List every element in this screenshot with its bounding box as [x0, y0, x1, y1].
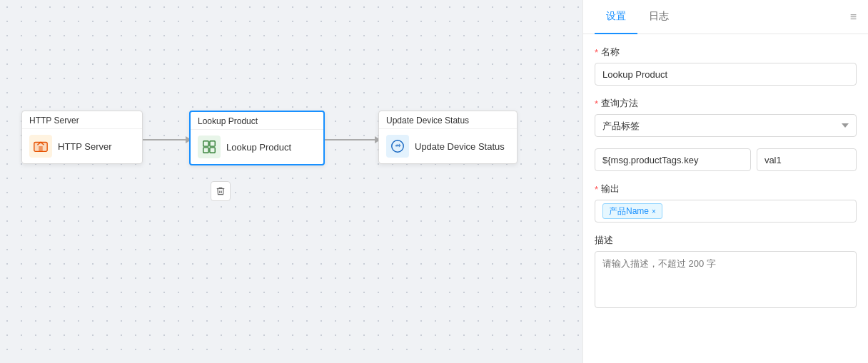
- http-icon: [29, 135, 52, 158]
- panel-menu-icon[interactable]: ≡: [850, 11, 857, 24]
- description-label: 描述: [595, 234, 857, 247]
- name-input[interactable]: [595, 63, 857, 86]
- name-required-star: *: [595, 47, 598, 58]
- query-method-required-star: *: [595, 98, 598, 109]
- arrow-2: [325, 136, 380, 143]
- panel-header: 设置 日志 ≡: [583, 0, 868, 34]
- arrow-line-1: [143, 139, 186, 140]
- svg-rect-3: [203, 141, 208, 146]
- output-tag[interactable]: 产品Name ×: [602, 203, 662, 219]
- query-method-form-item: * 查询方法 产品标签 产品ID 产品编码: [595, 97, 857, 137]
- right-panel: 设置 日志 ≡ * 名称 * 查询方法 产品标签 产品ID 产品编码: [582, 0, 868, 363]
- update-device-label: Update Device Status: [415, 141, 505, 152]
- output-required-star: *: [595, 184, 598, 195]
- svg-rect-5: [203, 148, 208, 153]
- svg-rect-4: [210, 141, 215, 146]
- http-server-body: HTTP Server: [22, 129, 142, 163]
- arrow-line-2: [325, 139, 375, 140]
- tab-settings[interactable]: 设置: [595, 0, 637, 34]
- lookup-product-label: Lookup Product: [226, 142, 291, 153]
- canvas: HTTP Server HTTP Server Lookup Product: [0, 0, 582, 363]
- query-method-select-wrapper: 产品标签 产品ID 产品编码: [595, 114, 857, 137]
- value-input[interactable]: [757, 148, 857, 171]
- svg-rect-6: [210, 148, 215, 153]
- panel-content: * 名称 * 查询方法 产品标签 产品ID 产品编码: [583, 34, 868, 363]
- delete-button[interactable]: [211, 181, 231, 201]
- key-value-row: [595, 148, 857, 171]
- svg-rect-2: [39, 146, 43, 151]
- output-tag-input[interactable]: 产品Name ×: [595, 200, 857, 223]
- lookup-product-node[interactable]: Lookup Product Lookup Product: [189, 111, 325, 165]
- http-server-node[interactable]: HTTP Server HTTP Server: [21, 111, 143, 164]
- key-value-form-item: [595, 148, 857, 171]
- lookup-product-body: Lookup Product: [191, 130, 323, 164]
- description-textarea[interactable]: [595, 251, 857, 308]
- query-method-select[interactable]: 产品标签 产品ID 产品编码: [595, 114, 857, 137]
- query-method-label: * 查询方法: [595, 97, 857, 110]
- output-label: * 输出: [595, 183, 857, 195]
- update-device-node[interactable]: Update Device Status Update Device Statu…: [378, 111, 518, 164]
- update-device-body: Update Device Status: [379, 129, 517, 163]
- name-label: * 名称: [595, 46, 857, 58]
- http-server-title: HTTP Server: [22, 111, 142, 129]
- update-device-title: Update Device Status: [379, 111, 517, 129]
- output-tag-close[interactable]: ×: [652, 208, 656, 215]
- output-form-item: * 输出 产品Name ×: [595, 183, 857, 223]
- description-form-item: 描述: [595, 234, 857, 311]
- update-icon: [386, 135, 409, 158]
- output-tag-label: 产品Name: [609, 205, 649, 218]
- lookup-product-title: Lookup Product: [191, 112, 323, 130]
- tab-logs[interactable]: 日志: [637, 0, 680, 34]
- key-input[interactable]: [595, 148, 751, 171]
- http-server-label: HTTP Server: [58, 141, 112, 152]
- lookup-icon: [198, 136, 221, 158]
- panel-tabs: 设置 日志: [595, 0, 680, 34]
- arrow-1: [143, 136, 191, 143]
- name-form-item: * 名称: [595, 46, 857, 86]
